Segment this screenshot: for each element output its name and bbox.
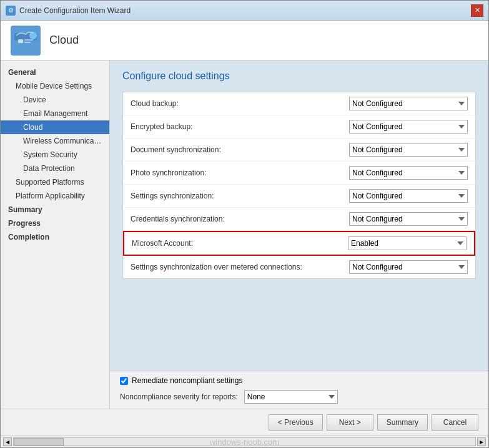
svg-rect-3 bbox=[24, 39, 33, 41]
sidebar-item-summary[interactable]: Summary bbox=[1, 203, 109, 217]
scroll-left-button[interactable]: ◀ bbox=[3, 437, 12, 446]
form-area: Cloud backup: Not Configured Enabled Dis… bbox=[122, 92, 476, 279]
encrypted-backup-row: Encrypted backup: Not Configured Enabled… bbox=[123, 115, 475, 139]
document-sync-select[interactable]: Not Configured Enabled Disabled bbox=[349, 143, 468, 157]
settings-sync-select[interactable]: Not Configured Enabled Disabled bbox=[349, 189, 468, 203]
sidebar-item-wireless[interactable]: Wireless Communicat... bbox=[1, 134, 109, 148]
sidebar-item-supported-platforms[interactable]: Supported Platforms bbox=[1, 175, 109, 189]
photo-sync-row: Photo synchronization: Not Configured En… bbox=[123, 162, 475, 185]
document-sync-label: Document synchronization: bbox=[131, 145, 349, 154]
sidebar: General Mobile Device Settings Device Em… bbox=[1, 61, 110, 409]
photo-sync-select[interactable]: Not Configured Enabled Disabled bbox=[349, 166, 468, 180]
credentials-sync-label: Credentials synchronization: bbox=[131, 215, 349, 223]
settings-sync-metered-label: Settings synchronization over metered co… bbox=[131, 263, 349, 271]
content-area: General Mobile Device Settings Device Em… bbox=[1, 61, 488, 409]
action-buttons: < Previous Next > Summary Cancel bbox=[1, 409, 488, 436]
document-sync-row: Document synchronization: Not Configured… bbox=[123, 139, 475, 162]
sidebar-item-mobile-device-settings[interactable]: Mobile Device Settings bbox=[1, 79, 109, 93]
header-bar: Cloud bbox=[1, 21, 488, 61]
noncompliance-row: Noncompliance severity for reports: None… bbox=[120, 390, 478, 404]
close-button[interactable]: ✕ bbox=[471, 4, 483, 17]
remediate-label[interactable]: Remediate noncompliant settings bbox=[132, 376, 242, 385]
microsoft-account-label: Microsoft Account: bbox=[132, 239, 348, 248]
main-window: ⚙ Create Configuration Item Wizard ✕ Clo… bbox=[0, 0, 489, 448]
sidebar-item-cloud[interactable]: Cloud bbox=[1, 120, 109, 134]
title-bar: ⚙ Create Configuration Item Wizard ✕ bbox=[1, 1, 488, 21]
microsoft-account-select[interactable]: Not Configured Enabled Disabled bbox=[348, 236, 467, 250]
main-inner: Configure cloud settings Cloud backup: N… bbox=[110, 61, 488, 371]
bottom-settings-bar: Remediate noncompliant settings Noncompl… bbox=[110, 371, 488, 409]
sidebar-item-data-protection[interactable]: Data Protection bbox=[1, 162, 109, 175]
encrypted-backup-label: Encrypted backup: bbox=[131, 122, 349, 131]
sidebar-item-completion[interactable]: Completion bbox=[1, 230, 109, 244]
scroll-track bbox=[13, 437, 476, 446]
sidebar-item-device[interactable]: Device bbox=[1, 93, 109, 107]
scroll-right-button[interactable]: ▶ bbox=[477, 437, 486, 446]
title-bar-left: ⚙ Create Configuration Item Wizard bbox=[6, 6, 131, 16]
settings-sync-metered-row: Settings synchronization over metered co… bbox=[123, 256, 475, 278]
credentials-sync-row: Credentials synchronization: Not Configu… bbox=[123, 208, 475, 231]
svg-rect-4 bbox=[24, 42, 31, 43]
noncompliance-select[interactable]: None Informational Warning Critical bbox=[244, 390, 338, 404]
main-content: Configure cloud settings Cloud backup: N… bbox=[110, 61, 488, 409]
cloud-backup-row: Cloud backup: Not Configured Enabled Dis… bbox=[123, 92, 475, 115]
remediate-row: Remediate noncompliant settings bbox=[120, 376, 478, 385]
settings-sync-row: Settings synchronization: Not Configured… bbox=[123, 185, 475, 208]
photo-sync-label: Photo synchronization: bbox=[131, 168, 349, 177]
scroll-thumb[interactable] bbox=[14, 438, 64, 446]
summary-button[interactable]: Summary bbox=[377, 414, 428, 431]
cancel-button[interactable]: Cancel bbox=[432, 414, 478, 431]
sidebar-item-progress[interactable]: Progress bbox=[1, 217, 109, 230]
sidebar-item-system-security[interactable]: System Security bbox=[1, 148, 109, 162]
header-title: Cloud bbox=[49, 34, 79, 47]
settings-sync-metered-select[interactable]: Not Configured Enabled Disabled bbox=[349, 260, 468, 274]
sidebar-item-general[interactable]: General bbox=[1, 66, 109, 79]
encrypted-backup-select[interactable]: Not Configured Enabled Disabled bbox=[349, 120, 468, 134]
noncompliance-label: Noncompliance severity for reports: bbox=[120, 392, 238, 401]
cloud-backup-label: Cloud backup: bbox=[131, 99, 349, 108]
credentials-sync-select[interactable]: Not Configured Enabled Disabled bbox=[349, 212, 468, 226]
cloud-backup-select[interactable]: Not Configured Enabled Disabled bbox=[349, 97, 468, 110]
previous-button[interactable]: < Previous bbox=[269, 414, 323, 431]
cloud-header-icon bbox=[11, 26, 41, 56]
horizontal-scrollbar: ◀ ▶ windows-noob.com bbox=[1, 436, 488, 447]
sidebar-item-platform-applicability[interactable]: Platform Applicability bbox=[1, 189, 109, 203]
window-title: Create Configuration Item Wizard bbox=[19, 6, 131, 15]
page-title: Configure cloud settings bbox=[122, 71, 476, 82]
settings-sync-label: Settings synchronization: bbox=[131, 192, 349, 200]
next-button[interactable]: Next > bbox=[327, 414, 373, 431]
remediate-checkbox[interactable] bbox=[120, 377, 128, 385]
sidebar-item-email-management[interactable]: Email Management bbox=[1, 107, 109, 120]
wizard-icon: ⚙ bbox=[6, 6, 16, 16]
microsoft-account-row: Microsoft Account: Not Configured Enable… bbox=[123, 231, 475, 256]
svg-rect-2 bbox=[18, 39, 23, 43]
